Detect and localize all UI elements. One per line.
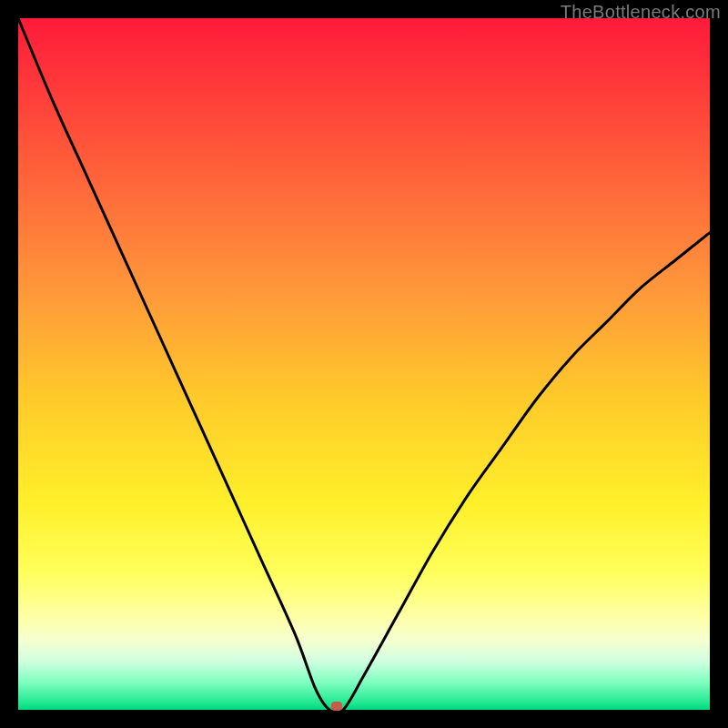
watermark-text: TheBottleneck.com [561,2,721,23]
curve-svg [18,18,710,710]
chart-container: TheBottleneck.com [0,0,728,728]
plot-area [18,18,710,710]
optimal-marker [331,702,342,711]
bottleneck-curve [18,18,710,710]
